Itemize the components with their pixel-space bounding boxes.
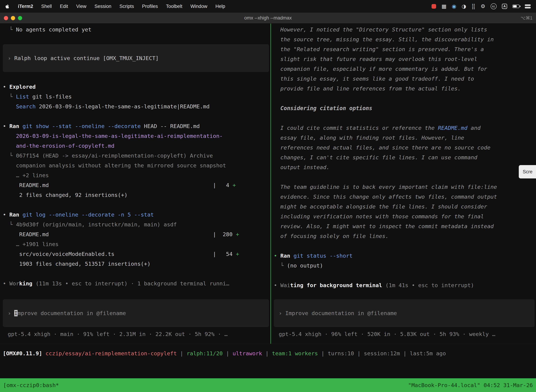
left-pane[interactable]: └ No agents completed yet › Ralph loop a…: [0, 23, 270, 344]
menu-item-0[interactable]: iTerm2: [18, 4, 33, 9]
menu-bar-status-icons: ▦ ◉ ◑ ⣿ ⚙ 61 A: [431, 3, 531, 9]
terminal-line: • Ran git log --oneline --decorate -n 5 …: [3, 210, 269, 219]
battery-fill: [513, 5, 517, 7]
terminal-line: 1903 files changed, 513517 insertions(+): [3, 259, 269, 269]
terminal-line: [274, 113, 535, 123]
menu-item-4[interactable]: Session: [94, 4, 111, 9]
contrast-icon[interactable]: ◑: [462, 4, 466, 9]
omx-status-bar: [OMX#0.11.9] cczip/essay/ai-reimplementa…: [0, 344, 536, 378]
right-prompt-input[interactable]: › Improve documentation in @filename: [274, 299, 535, 327]
tmux-session-label[interactable]: [omx-cczip0:bash*: [3, 382, 59, 388]
left-prompt-input[interactable]: › Improve documentation in @filename: [3, 299, 269, 327]
terminal-line: • Working (11m 13s • esc to interrupt) ·…: [3, 279, 269, 288]
menu-item-2[interactable]: Edit: [60, 4, 68, 9]
inject-banner: › Ralph loop active continue [OMX_TMUX_I…: [3, 44, 269, 72]
terminal-line: └ List git ls-files: [3, 92, 269, 102]
terminal-line: └ 4b9d30f (origin/main, instructkr/main,…: [3, 219, 269, 229]
screen-recording-icon[interactable]: [431, 4, 436, 9]
traffic-lights: [0, 16, 22, 20]
terminal-line: • Explored: [3, 82, 269, 92]
menu-bar-items: iTerm2ShellEditViewSessionScriptsProfile…: [18, 4, 225, 9]
dots-grid-icon[interactable]: ⣿: [471, 4, 475, 9]
menu-bar: iTerm2ShellEditViewSessionScriptsProfile…: [0, 0, 536, 13]
terminal-line: • Ran git show --stat --oneline --decora…: [3, 121, 269, 131]
menu-item-9[interactable]: Help: [215, 4, 225, 9]
terminal-line: src/voice/voiceModeEnabled.ts | 54 +: [3, 249, 269, 259]
terminal-line: • Waiting for background terminal (1m 41…: [274, 280, 535, 290]
terminal-line: Considering citation options: [274, 103, 535, 113]
terminal-line: README.md | 4 +: [3, 180, 269, 190]
terminal-line: of focusing solely on file lines.: [274, 231, 535, 241]
terminal-line: gpt-5.4 xhigh · 96% left · 520K in · 5.8…: [279, 329, 535, 339]
terminal-line: the source tree, missing the essay. Stil…: [274, 34, 535, 44]
terminal-line: [274, 172, 535, 182]
apple-menu-icon[interactable]: [5, 4, 9, 9]
terminal-line: [274, 93, 535, 103]
left-pane-transcript: • Explored └ List git ls-files Search 20…: [3, 82, 269, 288]
terminal-line: this single essay, it seems like a good …: [274, 74, 535, 84]
tmux-host-clock: "MacBook-Pro-44.local" 04:52 31-Mar-26: [408, 382, 533, 388]
terminal-line: • Ran git status --short: [274, 251, 535, 261]
terminal-line: evidence. Since this change only affects…: [274, 192, 535, 202]
menu-item-8[interactable]: Window: [191, 4, 207, 9]
terminal-line: I could cite commit statistics or refere…: [274, 123, 535, 133]
zoom-window-button[interactable]: [18, 16, 22, 20]
terminal-line: companion analysis without altering the …: [3, 160, 269, 170]
menu-item-5[interactable]: Scripts: [120, 4, 134, 9]
battery-icon[interactable]: [512, 5, 519, 8]
terminal-line: [274, 241, 535, 251]
terminal: └ No agents completed yet › Ralph loop a…: [0, 23, 536, 344]
left-model-statusline: gpt-5.4 xhigh · main · 91% left · 2.31M …: [3, 329, 269, 339]
terminal-line: changes, I can't cite specific file line…: [274, 152, 535, 162]
terminal-line: [274, 271, 535, 280]
terminal-line: › Ralph loop active continue [OMX_TMUX_I…: [8, 53, 269, 63]
terminal-line: README.md | 280 +: [3, 229, 269, 239]
left-pane-top-lines: └ No agents completed yet: [3, 25, 269, 34]
terminal-line: └ 067f154 (HEAD -> essay/ai-reimplementa…: [3, 151, 269, 160]
terminal-line: … +2 lines: [3, 170, 269, 180]
terminal-line: However, I noticed the "Directory Struct…: [274, 25, 535, 34]
right-model-statusline: gpt-5.4 xhigh · 96% left · 520K in · 5.8…: [274, 329, 535, 339]
terminal-line: … +1901 lines: [3, 239, 269, 249]
terminal-line: the "Related research writing" section i…: [274, 44, 535, 54]
terminal-line: › Improve documentation in @filename: [279, 308, 535, 318]
terminal-line: provide file and line references from th…: [274, 84, 535, 93]
screen: iTerm2ShellEditViewSessionScriptsProfile…: [0, 0, 536, 392]
terminal-line: [3, 200, 269, 210]
window-title-bar[interactable]: omx --xhigh --madmax ⌥⌘1: [0, 13, 536, 23]
menu-item-1[interactable]: Shell: [41, 4, 52, 9]
grid-icon[interactable]: ▦: [441, 4, 446, 9]
terminal-line: might be acceptable alongside the file l…: [274, 202, 535, 211]
terminal-line: › Improve documentation in @filename: [8, 308, 269, 318]
hotkey-window-indicator: ⌥⌘1: [521, 15, 536, 21]
right-pane[interactable]: However, I noticed the "Directory Struct…: [271, 23, 536, 344]
terminal-line: slight risk that future readers may over…: [274, 54, 535, 64]
terminal-line: review. Also, I might want to inspect th…: [274, 221, 535, 231]
swirl-icon[interactable]: ◉: [452, 4, 456, 9]
terminal-line: gpt-5.4 xhigh · main · 91% left · 2.31M …: [8, 329, 269, 339]
close-window-button[interactable]: [4, 16, 8, 20]
right-pane-transcript: However, I noticed the "Directory Struct…: [274, 25, 535, 290]
menu-item-7[interactable]: Toolbelt: [166, 4, 182, 9]
menu-item-6[interactable]: Profiles: [142, 4, 158, 9]
terminal-line: The team guideline is to back every impo…: [274, 182, 535, 192]
terminal-line: including verification notes with those …: [274, 211, 535, 221]
terminal-line: └ (no output): [274, 261, 535, 271]
terminal-line: essay file, along with finding root file…: [274, 133, 535, 143]
gear-icon[interactable]: ⚙: [481, 4, 485, 9]
battery-percent-badge[interactable]: 61: [491, 3, 497, 9]
terminal-line: companion file, especially if more comme…: [274, 64, 535, 74]
control-center-icon[interactable]: [525, 4, 531, 9]
tmux-status-bar: [omx-cczip0:bash* "MacBook-Pro-44.local"…: [0, 378, 536, 392]
terminal-line: output instead.: [274, 162, 535, 172]
minimize-window-button[interactable]: [11, 16, 15, 20]
terminal-line: references need actual files, and since …: [274, 143, 535, 152]
terminal-line: [3, 111, 269, 121]
input-source-icon[interactable]: A: [502, 4, 507, 9]
terminal-line: 2 files changed, 92 insertions(+): [3, 190, 269, 200]
menu-item-3[interactable]: View: [76, 4, 86, 9]
terminal-line: 2026-03-09-is-legal-the-same-as-legitima…: [3, 131, 269, 141]
terminal-line: Search 2026-03-09-is-legal-the-same-as-l…: [3, 102, 269, 111]
screen-tag[interactable]: Scre: [519, 165, 536, 178]
terminal-line: [OMX#0.11.9] cczip/essay/ai-reimplementa…: [3, 348, 536, 358]
